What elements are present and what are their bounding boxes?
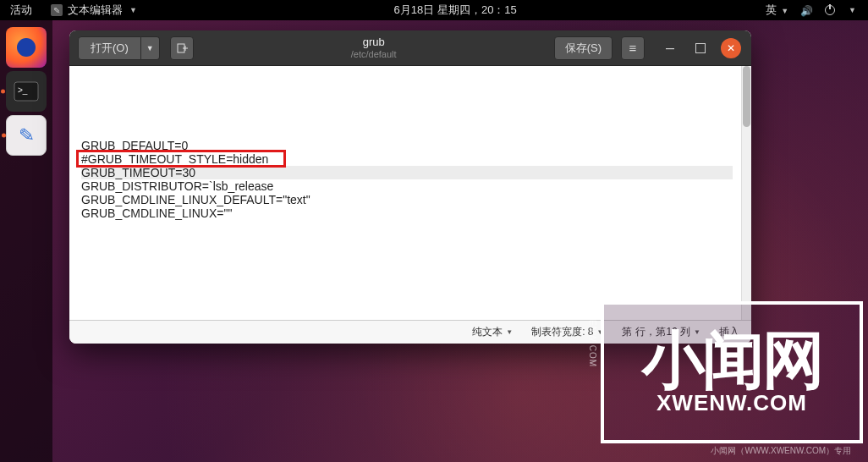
new-tab-button[interactable] <box>170 36 194 60</box>
watermark-footer: 小闻网（WWW.XWENW.COM）专用 <box>711 445 851 457</box>
open-button[interactable]: 打开(O) <box>78 36 141 60</box>
tab-width-label: 制表符宽度: 8 <box>531 325 593 339</box>
watermark: 小闻网 XWENW.COM <box>601 301 863 443</box>
svg-text:>_: >_ <box>18 85 28 95</box>
window-title: grub /etc/default <box>194 36 554 58</box>
watermark-side: XWENW.COM <box>588 305 597 367</box>
filename-label: grub <box>194 36 554 48</box>
editor-line[interactable]: GRUB_CMDLINE_LINUX_DEFAULT="text" <box>81 193 733 206</box>
text-editor-icon <box>51 4 63 16</box>
editor-line[interactable]: GRUB_TIMEOUT=30 <box>81 166 733 179</box>
filepath-label: /etc/default <box>194 49 554 59</box>
editor-line[interactable] <box>81 85 733 98</box>
dock-app-terminal[interactable]: >_ <box>6 71 47 112</box>
save-button[interactable]: 保存(S) <box>554 36 613 60</box>
chevron-down-icon: ▼ <box>849 6 856 14</box>
syntax-selector[interactable]: 纯文本 ▼ <box>472 325 513 339</box>
clock[interactable]: 6月18日 星期四，20：15 <box>146 3 766 18</box>
app-menu-label: 文本编辑器 <box>68 3 123 18</box>
power-icon[interactable] <box>825 5 835 15</box>
open-dropdown[interactable]: ▼ <box>141 36 160 60</box>
running-indicator-icon <box>1 90 5 94</box>
top-panel: 活动 文本编辑器 ▼ 6月18日 星期四，20：15 英 ▼ ▼ <box>0 0 868 20</box>
scrollbar-thumb[interactable] <box>743 66 750 127</box>
hamburger-menu-button[interactable]: ≡ <box>621 36 645 60</box>
editor-line[interactable] <box>81 125 733 139</box>
editor-line[interactable] <box>81 112 733 125</box>
editor-line[interactable]: GRUB_DISTRIBUTOR=`lsb_release <box>81 179 733 193</box>
text-editor-window: 打开(O) ▼ grub /etc/default 保存(S) ≡ – GRUB… <box>69 30 751 344</box>
dock-app-text-editor[interactable] <box>6 115 47 156</box>
editor-line[interactable] <box>81 98 733 112</box>
editor-line[interactable]: GRUB_CMDLINE_LINUX="" <box>81 206 733 220</box>
watermark-url: XWENW.COM <box>656 390 807 416</box>
running-indicator-icon <box>2 134 6 138</box>
dock-app-firefox[interactable] <box>6 27 47 68</box>
minimize-button[interactable]: – <box>660 38 680 58</box>
chevron-down-icon: ▼ <box>506 328 513 336</box>
ime-label: 英 <box>766 3 777 16</box>
syntax-label: 纯文本 <box>472 325 503 339</box>
chevron-down-icon: ▼ <box>781 7 788 15</box>
editor-line[interactable]: #GRUB_TIMEOUT_STYLE=hidden <box>81 152 733 166</box>
ime-indicator[interactable]: 英 ▼ <box>766 3 789 18</box>
window-headerbar: 打开(O) ▼ grub /etc/default 保存(S) ≡ – <box>69 30 751 66</box>
maximize-button[interactable] <box>690 38 711 58</box>
window-controls: – <box>645 38 751 58</box>
dock: >_ <box>0 20 52 462</box>
app-menu[interactable]: 文本编辑器 ▼ <box>42 3 146 18</box>
new-document-icon <box>176 42 188 54</box>
editor-line[interactable] <box>81 71 733 85</box>
watermark-big: 小闻网 <box>642 329 822 392</box>
chevron-down-icon: ▼ <box>129 6 137 14</box>
volume-icon[interactable] <box>800 4 813 17</box>
editor-line[interactable]: GRUB_DEFAULT=0 <box>81 139 733 152</box>
vertical-scrollbar[interactable] <box>741 66 751 320</box>
close-button[interactable] <box>721 38 741 58</box>
open-button-group: 打开(O) ▼ <box>78 36 160 60</box>
hamburger-icon: ≡ <box>629 41 637 55</box>
activities-button[interactable]: 活动 <box>0 3 42 18</box>
editor-area[interactable]: GRUB_DEFAULT=0#GRUB_TIMEOUT_STYLE=hidden… <box>69 66 751 320</box>
text-content[interactable]: GRUB_DEFAULT=0#GRUB_TIMEOUT_STYLE=hidden… <box>69 66 741 320</box>
